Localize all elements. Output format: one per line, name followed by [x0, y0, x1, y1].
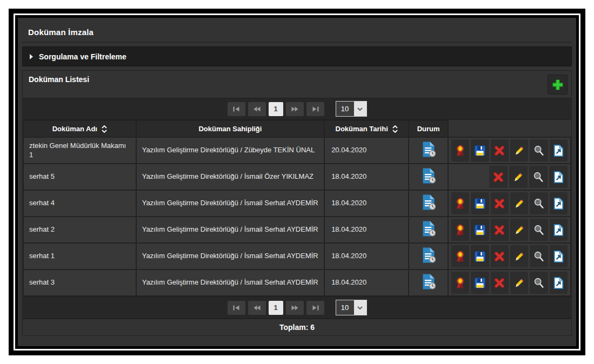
open-document-button[interactable]: [550, 219, 568, 241]
document-table-body: ztekin Genel Müdürlük Makamı 1Yazılım Ge…: [23, 137, 571, 296]
document-owner-cell: Yazılım Geliştirme Direktörlüğü / İsmail…: [136, 217, 324, 243]
edit-button[interactable]: [510, 192, 528, 214]
add-document-button[interactable]: [548, 75, 568, 95]
next-page-icon: [291, 106, 298, 112]
actions-cell: [448, 164, 571, 190]
prev-page-button[interactable]: [248, 301, 266, 315]
list-title: Doküman Listesi: [29, 75, 89, 84]
prev-page-button[interactable]: [248, 102, 266, 116]
page-size-dropdown[interactable]: 10: [336, 101, 367, 117]
preview-button[interactable]: [530, 139, 548, 161]
app-panel: Doküman İmzala Sorgulama ve Filtreleme D…: [15, 15, 579, 349]
status-cell: [409, 269, 448, 296]
document-pending-icon: [421, 167, 436, 184]
document-list-panel: Doküman Listesi: [22, 70, 572, 336]
delete-button[interactable]: [489, 166, 508, 188]
delete-button[interactable]: [491, 272, 509, 294]
last-page-button[interactable]: [306, 301, 324, 315]
preview-button[interactable]: [530, 192, 548, 214]
page-number-button[interactable]: 1: [269, 301, 283, 315]
actions-cell: [448, 269, 571, 296]
sign-button[interactable]: [451, 139, 469, 161]
save-icon: [474, 198, 486, 210]
edit-button[interactable]: [510, 139, 528, 161]
document-date-cell: 20.04.2020: [324, 137, 409, 164]
status-cell: [409, 190, 448, 217]
last-page-button[interactable]: [306, 102, 324, 116]
document-name-cell: serhat 1: [23, 243, 136, 269]
table-row: serhat 2Yazılım Geliştirme Direktörlüğü …: [23, 217, 571, 243]
preview-button[interactable]: [530, 272, 548, 294]
sign-icon: [454, 277, 466, 289]
open-document-button[interactable]: [550, 272, 568, 294]
edit-icon: [513, 277, 525, 289]
page-number-button[interactable]: 1: [269, 102, 283, 116]
chevron-down-icon: [354, 300, 366, 315]
sign-button[interactable]: [451, 192, 469, 214]
document-owner-cell: Yazılım Geliştirme Direktörlüğü / İsmail…: [136, 243, 324, 269]
document-name-cell: serhat 4: [23, 190, 136, 217]
save-button[interactable]: [471, 219, 489, 241]
document-date-cell: 18.04.2020: [324, 164, 409, 190]
table-row: serhat 3Yazılım Geliştirme Direktörlüğü …: [23, 269, 571, 296]
delete-button[interactable]: [491, 192, 509, 214]
preview-button[interactable]: [530, 245, 548, 267]
preview-icon: [533, 224, 545, 236]
next-page-button[interactable]: [286, 301, 304, 315]
open-document-button[interactable]: [550, 139, 568, 161]
actions-cell: [448, 243, 571, 269]
delete-button[interactable]: [491, 139, 509, 161]
save-button[interactable]: [471, 139, 489, 161]
table-row: serhat 5Yazılım Geliştirme Direktörlüğü …: [23, 164, 571, 190]
column-header-durum: Durum: [409, 120, 448, 137]
outer-frame: Doküman İmzala Sorgulama ve Filtreleme D…: [9, 9, 585, 355]
open-document-button[interactable]: [550, 192, 568, 214]
column-header-dokuman-tarihi[interactable]: Doküman Tarihi: [324, 120, 409, 137]
chevron-right-icon: [30, 54, 33, 59]
open-document-button[interactable]: [550, 245, 568, 267]
delete-icon: [493, 198, 505, 210]
edit-button[interactable]: [510, 245, 528, 267]
last-page-icon: [312, 305, 319, 311]
first-page-button[interactable]: [228, 102, 245, 116]
sign-button[interactable]: [451, 272, 469, 294]
document-date-cell: 18.04.2020: [324, 190, 409, 217]
delete-button[interactable]: [491, 245, 509, 267]
save-button[interactable]: [471, 272, 489, 294]
preview-button[interactable]: [529, 166, 548, 188]
page-size-dropdown[interactable]: 10: [336, 300, 367, 315]
edit-button[interactable]: [509, 166, 528, 188]
sign-button[interactable]: [451, 245, 469, 267]
edit-button[interactable]: [510, 219, 528, 241]
previous-page-icon: [253, 106, 261, 112]
save-button[interactable]: [471, 245, 489, 267]
page-size-value: 10: [336, 102, 354, 116]
table-row: serhat 1Yazılım Geliştirme Direktörlüğü …: [23, 243, 571, 269]
preview-button[interactable]: [530, 219, 548, 241]
open-document-button[interactable]: [549, 166, 568, 188]
edit-icon: [513, 224, 525, 236]
edit-button[interactable]: [510, 272, 528, 294]
sort-icon: [392, 125, 398, 133]
column-header-label: Doküman Adı: [52, 125, 97, 133]
first-page-button[interactable]: [228, 301, 245, 315]
delete-button[interactable]: [491, 219, 509, 241]
preview-icon: [533, 145, 545, 157]
delete-icon: [493, 145, 505, 157]
column-header-dokuman-adi[interactable]: Doküman Adı: [23, 120, 136, 137]
actions-cell: [448, 217, 571, 243]
document-pending-icon: [421, 247, 436, 264]
open-icon: [552, 171, 564, 184]
sign-button[interactable]: [451, 219, 469, 241]
save-button[interactable]: [471, 192, 489, 214]
column-header-label: Doküman Sahipliği: [198, 125, 262, 133]
page-title-bar: Doküman İmzala: [22, 22, 572, 43]
delete-icon: [493, 277, 505, 289]
next-page-button[interactable]: [286, 102, 304, 116]
filter-accordion-header[interactable]: Sorgulama ve Filtreleme: [22, 46, 572, 66]
save-icon: [474, 145, 486, 157]
edit-icon: [513, 198, 525, 210]
document-table: Doküman AdıDoküman SahipliğiDoküman Tari…: [23, 120, 571, 296]
document-date-cell: 18.04.2020: [324, 217, 409, 243]
inner-frame: Doküman İmzala Sorgulama ve Filtreleme D…: [14, 14, 580, 350]
